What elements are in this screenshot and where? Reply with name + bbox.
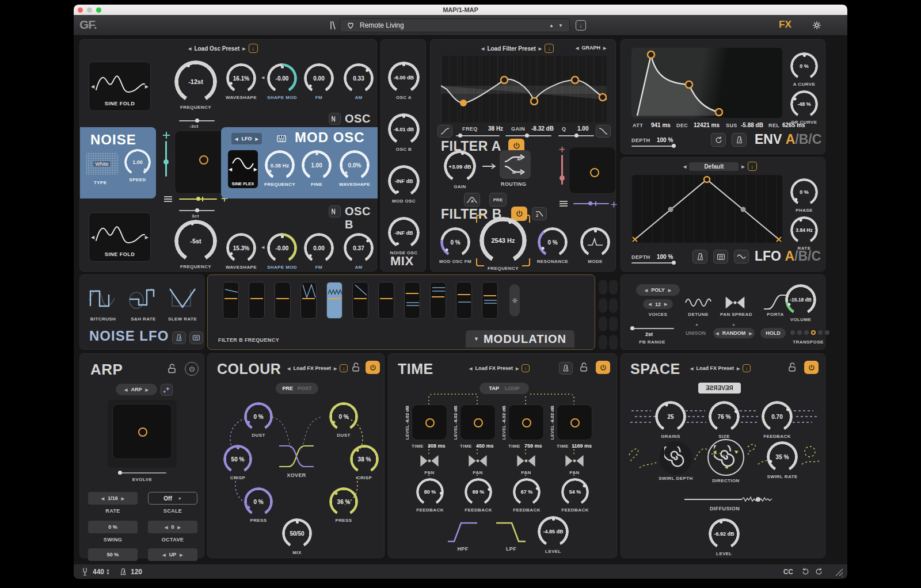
mod-slot-env-b[interactable]: ENV B — [249, 282, 265, 319]
arp-sparkle-icon[interactable] — [161, 384, 173, 396]
env-a-curve-knob[interactable]: 0 % A CURVE — [788, 52, 820, 87]
tap1-level[interactable]: LEVEL -6.02 dB — [405, 406, 410, 440]
osc-a-wave-next-arrow[interactable]: ▶ — [145, 84, 149, 89]
mod-slot-key[interactable]: KEY — [482, 282, 498, 319]
tap4-feedback-knob[interactable]: 54 % FEEDBACK — [560, 478, 590, 513]
lfo-metronome-icon[interactable] — [692, 250, 707, 264]
arp-playmode-selector[interactable]: ◀UP▶ — [148, 548, 197, 561]
osc-a-wave-prev-arrow[interactable]: ◀ — [91, 84, 94, 89]
detune-icon[interactable] — [684, 297, 712, 308]
osc-b-wave-prev-arrow[interactable]: ◀ — [91, 235, 94, 240]
time-level-knob[interactable]: -4.85 dB LEVEL — [537, 516, 569, 554]
arp-mode-selector[interactable]: ◀ARP▶ — [116, 384, 157, 395]
hpf-icon[interactable] — [446, 520, 479, 544]
tap2-time-value[interactable]: 450 ms — [476, 443, 494, 449]
tap2-level[interactable]: LEVEL -6.02 dB — [453, 406, 458, 440]
lfo-display[interactable] — [631, 175, 782, 243]
poly-mode-selector[interactable]: ◀POLY▶ — [636, 284, 680, 296]
filter-slope-right-icon[interactable] — [596, 125, 611, 138]
mod-slot-lfo-b-active[interactable]: LFO B — [326, 282, 342, 319]
mix-noise-osc-knob[interactable]: -INF dB NOISE OSC — [388, 217, 420, 255]
hold-button[interactable]: HOLD — [760, 328, 786, 338]
colour-dust-left-knob[interactable]: 0 % DUST — [243, 402, 273, 438]
osc-a-fm-knob[interactable]: 0.00 FM — [304, 63, 334, 100]
space-feedback-knob[interactable]: 0.70 FEEDBACK — [761, 401, 793, 439]
save-preset-icon[interactable]: ↓ — [576, 20, 586, 30]
osc-xy-pad[interactable] — [174, 131, 227, 194]
osc-b-shape-mod-knob[interactable]: -0.00 SHAPE MOD — [265, 233, 299, 270]
env-dr-curve-knob[interactable]: -48 % DR CURVE — [788, 90, 820, 125]
colour-crisp-right-knob[interactable]: 38 % CRISP — [349, 445, 379, 480]
tap1-pan-icon[interactable] — [418, 453, 440, 469]
filter-b-resonance-knob[interactable]: 0 % RESONANCE — [535, 227, 570, 264]
colour-press-right-knob[interactable]: 36 % PRESS — [329, 487, 359, 523]
env-metronome-icon[interactable] — [732, 133, 747, 147]
random-selector[interactable]: ◀RANDOM▶ — [713, 328, 755, 338]
lfo-depth-value[interactable]: 100 % — [657, 254, 673, 260]
filter-xy-pad[interactable] — [569, 147, 616, 194]
filter-b-frequency-knob[interactable]: 2543 Hz FREQUENCY — [479, 217, 527, 271]
arp-xy-pad[interactable] — [112, 404, 172, 459]
swirl-rate-knob[interactable]: 35 % SWIRL RATE — [766, 441, 798, 479]
mod-osc-source-selector[interactable]: ◀LFO▶ — [231, 133, 262, 144]
env-sus-value[interactable]: -5.88 dB — [741, 122, 763, 128]
tuning-stepper[interactable]: ▲▼ — [106, 568, 110, 575]
tap4-pad[interactable] — [557, 404, 592, 440]
ab-compare-icon[interactable] — [327, 20, 337, 30]
filter-gain-value[interactable]: -8.32 dB — [531, 125, 554, 132]
space-level-knob[interactable]: -6.92 dB LEVEL — [708, 518, 740, 556]
mod-osc-keytrack-icon[interactable] — [276, 133, 287, 144]
noise-type-display[interactable]: White — [86, 152, 118, 175]
filter-view-selector[interactable]: ◀GRAPH▶ — [576, 45, 606, 51]
unison-collapse-arrow[interactable]: ▲ — [695, 322, 699, 326]
tap3-pad[interactable] — [508, 404, 544, 440]
xover-icon[interactable] — [278, 441, 315, 470]
mod-slot-lfo-c[interactable]: LFO C — [352, 282, 368, 319]
colour-press-left-knob[interactable]: 0 % PRESS — [243, 487, 273, 523]
lfo-keytrack-icon[interactable] — [713, 250, 728, 264]
arp-gate-field[interactable]: 50 % — [88, 548, 138, 561]
arp-swing-field[interactable]: 0 % — [88, 521, 138, 533]
tempo-value[interactable]: 120 — [131, 568, 142, 576]
noise-lfo-metronome-icon[interactable] — [172, 331, 186, 344]
preset-up-down-arrows[interactable]: ▲ ▼ — [549, 23, 565, 28]
filter-b-mode-knob[interactable]: MODE — [579, 227, 611, 264]
lfo-preset-selector[interactable]: ◀Default▶ ↓ — [683, 162, 757, 171]
osc-b-fine-slider[interactable] — [179, 210, 215, 211]
osc-b-fm-knob[interactable]: 0.00 FM — [304, 233, 334, 270]
filter-b-slope-button[interactable]: 2 — [532, 207, 547, 220]
cc-button[interactable]: CC — [783, 568, 793, 576]
redo-icon[interactable] — [815, 567, 823, 576]
tap3-time-value[interactable]: 759 ms — [524, 443, 542, 449]
osc-b-frequency-knob[interactable]: -5st FREQUENCY — [173, 220, 218, 269]
env-att-value[interactable]: 941 ms — [651, 122, 671, 128]
space-preset-download-icon[interactable]: ↓ — [743, 364, 751, 372]
mix-mod-osc-knob[interactable]: -INF dB MOD OSC — [388, 165, 420, 204]
pb-range-slider[interactable] — [630, 328, 674, 329]
random-collapse-arrow[interactable]: ▲ — [732, 322, 736, 326]
env-loop-icon[interactable] — [711, 133, 726, 147]
tap4-level[interactable]: LEVEL -6.02 dB — [550, 406, 555, 440]
undo-icon[interactable] — [801, 567, 810, 576]
mod-slot-env-c[interactable]: ENV C — [275, 282, 291, 319]
diffusion-slider-line[interactable] — [684, 499, 742, 500]
osc-xy-vertical-slider-dot[interactable] — [163, 159, 169, 165]
space-preset-selector[interactable]: ◀Load FX Preset▶ ↓ — [690, 364, 751, 372]
osc-b-type-icon[interactable] — [329, 205, 341, 217]
bitcrush-icon[interactable] — [88, 283, 116, 313]
osc-a-shape-mod-knob[interactable]: -0.00 SHAPE MOD — [265, 63, 299, 100]
osc-xy-menu-icon[interactable] — [164, 196, 172, 202]
colour-mix-knob[interactable]: 50/50 MIX — [281, 518, 313, 555]
osc-xy-vertical-slider[interactable] — [165, 141, 167, 177]
filter-a-curve-icon[interactable]: A — [464, 193, 480, 207]
fx-page-button[interactable]: FX — [779, 19, 791, 30]
osc-a-type-icon[interactable] — [329, 113, 341, 125]
arp-octave-selector[interactable]: ◀0▶ — [148, 521, 197, 533]
slew-rate-icon[interactable] — [168, 283, 197, 313]
arp-scale-dropdown[interactable]: Off ▼ — [148, 492, 197, 505]
osc-a-frequency-knob[interactable]: -12st FREQUENCY — [173, 60, 218, 110]
mix-osc-b-knob[interactable]: -6.01 dB OSC B — [388, 113, 420, 152]
tap3-feedback-knob[interactable]: 67 % FEEDBACK — [512, 478, 542, 513]
direction-control[interactable] — [707, 439, 744, 476]
tuning-value[interactable]: 440 — [93, 568, 104, 576]
